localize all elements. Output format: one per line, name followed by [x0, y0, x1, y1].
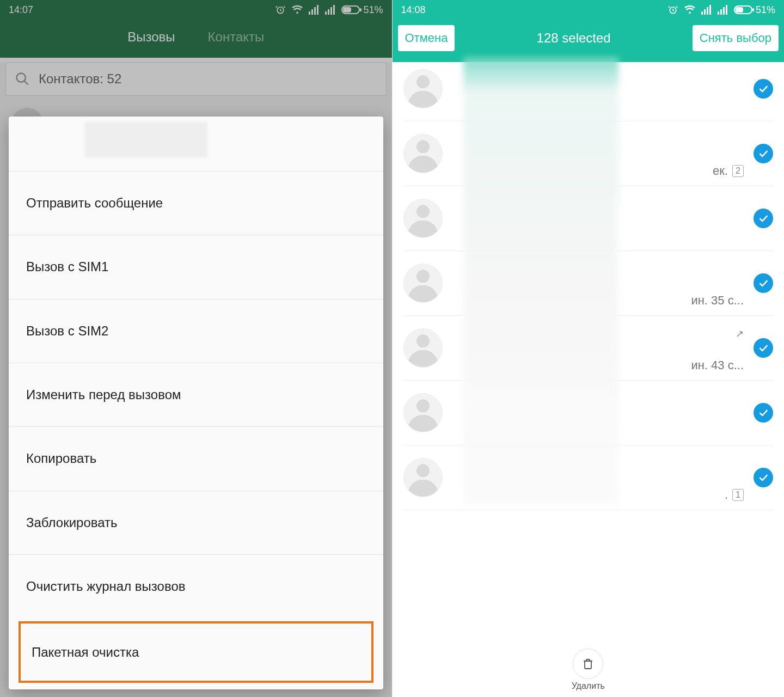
- menu-edit-before-call[interactable]: Изменить перед вызовом: [9, 363, 383, 426]
- avatar: [403, 199, 443, 238]
- delete-label: Удалить: [572, 681, 605, 691]
- status-bar: 14:08 51%: [393, 0, 785, 20]
- selected-check-icon[interactable]: [754, 79, 773, 99]
- trash-icon: [581, 657, 595, 670]
- menu-clear-log[interactable]: Очистить журнал вызовов: [9, 554, 383, 618]
- menu-copy[interactable]: Копировать: [9, 426, 383, 490]
- call-detail-tail: ин. 35 с...: [691, 294, 744, 308]
- svg-rect-18: [723, 7, 725, 15]
- svg-rect-15: [709, 5, 711, 15]
- call-detail-tail: ин. 43 с...: [691, 358, 744, 372]
- signal-icon: [701, 5, 712, 15]
- cancel-button[interactable]: Отмена: [398, 25, 455, 51]
- outgoing-call-icon: ↗: [736, 328, 744, 340]
- contact-name-blurred: [85, 122, 207, 158]
- svg-rect-19: [726, 5, 727, 15]
- selected-check-icon[interactable]: [754, 273, 773, 293]
- svg-rect-14: [707, 7, 708, 15]
- call-detail-tail: .1: [725, 488, 744, 502]
- avatar: [403, 264, 443, 303]
- svg-rect-17: [720, 9, 722, 15]
- battery-pct: 51%: [756, 4, 775, 16]
- selected-check-icon[interactable]: [754, 403, 773, 423]
- menu-block[interactable]: Заблокировать: [9, 491, 383, 554]
- selected-check-icon[interactable]: [754, 468, 773, 487]
- avatar: [403, 458, 443, 497]
- svg-rect-12: [701, 11, 703, 15]
- selected-check-icon[interactable]: [754, 144, 773, 163]
- right-header: 14:08 51% Отмен: [393, 0, 785, 62]
- names-blurred-overlay: [463, 57, 618, 506]
- wifi-icon: [684, 5, 696, 15]
- selection-count: 128 selected: [537, 30, 611, 46]
- context-menu-modal: Отправить сообщение Вызов с SIM1 Вызов с…: [9, 117, 383, 689]
- avatar: [403, 393, 443, 432]
- right-screenshot: 14:08 51% Отмен: [393, 0, 785, 697]
- svg-rect-13: [704, 9, 706, 15]
- selection-toolbar: Отмена 128 selected Снять выбор: [393, 20, 785, 62]
- selected-check-icon[interactable]: [754, 209, 773, 228]
- sim-badge: 1: [732, 489, 744, 501]
- svg-rect-16: [718, 11, 719, 15]
- menu-batch-clear[interactable]: Пакетная очистка: [19, 621, 373, 683]
- menu-call-sim1[interactable]: Вызов с SIM1: [9, 235, 383, 298]
- menu-call-sim2[interactable]: Вызов с SIM2: [9, 299, 383, 363]
- bottom-action-bar: Удалить: [393, 643, 785, 697]
- sim-badge: 2: [732, 165, 744, 177]
- avatar: [403, 134, 443, 173]
- left-screenshot: 14:07 51% Вызов: [0, 0, 393, 697]
- call-detail-tail: ек.2: [713, 164, 744, 178]
- menu-send-message[interactable]: Отправить сообщение: [9, 171, 383, 235]
- status-time: 14:08: [401, 4, 426, 16]
- menu-list: Отправить сообщение Вызов с SIM1 Вызов с…: [9, 171, 383, 689]
- modal-header: [9, 117, 383, 171]
- alarm-icon: [667, 4, 678, 15]
- selected-check-icon[interactable]: [754, 338, 773, 358]
- signal-icon-2: [718, 5, 728, 15]
- deselect-all-button[interactable]: Снять выбор: [693, 25, 779, 51]
- delete-button[interactable]: [573, 649, 603, 679]
- battery-indicator: 51%: [734, 4, 775, 16]
- avatar: [403, 69, 443, 108]
- avatar: [403, 328, 443, 368]
- status-icons: 51%: [667, 4, 775, 16]
